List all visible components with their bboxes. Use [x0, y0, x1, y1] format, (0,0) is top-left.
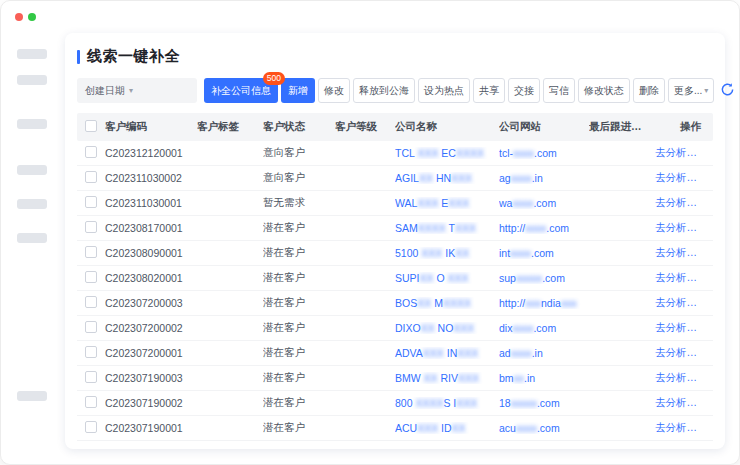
company-name-link[interactable]: AGILXX HNXXX: [395, 172, 499, 184]
analyze-customer-link[interactable]: 去分析客户: [655, 246, 713, 260]
sidebar-menu-item[interactable]: [17, 233, 47, 243]
write-letter-button[interactable]: 写信: [543, 78, 575, 103]
row-checkbox[interactable]: [85, 246, 97, 258]
refresh-button[interactable]: [717, 81, 737, 101]
more-button-label: 更多...: [674, 84, 702, 98]
zoom-window-button[interactable]: [28, 13, 36, 21]
share-button[interactable]: 共享: [473, 78, 505, 103]
delete-button[interactable]: 删除: [633, 78, 665, 103]
company-website-link[interactable]: tcl-xxxx.com: [499, 147, 589, 159]
sidebar-menu-item[interactable]: [17, 165, 47, 175]
company-website-link[interactable]: http://xxxx.com: [499, 222, 589, 234]
analyze-customer-link[interactable]: 去分析客户: [655, 196, 713, 210]
company-website-link[interactable]: http://xxxndiaxxx: [499, 297, 589, 309]
row-checkbox[interactable]: [85, 171, 97, 183]
row-checkbox[interactable]: [85, 271, 97, 283]
company-website-link[interactable]: supxxxxx.com: [499, 272, 589, 284]
modify-status-button[interactable]: 修改状态: [578, 78, 630, 103]
company-website-link[interactable]: intxxxx.com: [499, 247, 589, 259]
analyze-customer-link[interactable]: 去分析客户: [655, 396, 713, 410]
column-header-customer-status: 客户状态: [263, 120, 335, 134]
page-title: 线索一键补全: [87, 47, 180, 66]
company-website-link[interactable]: agxxxx.in: [499, 172, 589, 184]
company-website-link[interactable]: adxxxx.in: [499, 347, 589, 359]
table-row: C202311030002 意向客户 AGILXX HNXXX agxxxx.i…: [77, 166, 713, 191]
create-date-filter[interactable]: 创建日期 ▾: [77, 78, 197, 103]
add-button[interactable]: 新增: [281, 78, 315, 103]
analyze-customer-link[interactable]: 去分析客户: [655, 221, 713, 235]
sidebar-menu-item[interactable]: [17, 199, 47, 209]
row-checkbox[interactable]: [85, 296, 97, 308]
customer-code: C202307200001: [105, 347, 197, 359]
analyze-customer-link[interactable]: 去分析客户: [655, 146, 713, 160]
column-header-customer-level: 客户等级: [335, 120, 395, 134]
more-button[interactable]: 更多... ▾: [668, 78, 714, 103]
company-website-link[interactable]: acuxxxx.com: [499, 422, 589, 434]
company-name-link[interactable]: 5100 XXX IKXX: [395, 247, 499, 259]
set-hotspot-button[interactable]: 设为热点: [418, 78, 470, 103]
analyze-customer-link[interactable]: 去分析客户: [655, 171, 713, 185]
toolbar-icons: [717, 81, 740, 101]
row-checkbox[interactable]: [85, 146, 97, 158]
company-name-link[interactable]: TCL XXX ECXXXX: [395, 147, 499, 159]
quota-badge: 500: [263, 72, 285, 85]
analyze-customer-link[interactable]: 去分析客户: [655, 346, 713, 360]
main-panel: 线索一键补全 创建日期 ▾ 补全公司信息 500 新增 修改释放到公海设为热点共…: [65, 33, 725, 449]
table-row: C202312120001 意向客户 TCL XXX ECXXXX tcl-xx…: [77, 141, 713, 166]
analyze-customer-link[interactable]: 去分析客户: [655, 271, 713, 285]
customer-status: 潜在客户: [263, 321, 335, 335]
analyze-customer-link[interactable]: 去分析客户: [655, 321, 713, 335]
company-name-link[interactable]: ADVAXXX INXXX: [395, 347, 499, 359]
sidebar-menu-item[interactable]: [17, 119, 47, 129]
company-name-link[interactable]: SAMXXXX TXXX: [395, 222, 499, 234]
sidebar-menu-item[interactable]: [17, 49, 47, 59]
handover-button[interactable]: 交接: [508, 78, 540, 103]
company-name-link[interactable]: ACUXXX IDXX: [395, 422, 499, 434]
column-header-followup-summary: 最后跟进总结: [589, 120, 655, 134]
row-checkbox[interactable]: [85, 421, 97, 433]
table-row: C202307200002 潜在客户 DIXOXX NOXXX dixxxxx.…: [77, 316, 713, 341]
row-checkbox[interactable]: [85, 321, 97, 333]
sidebar-menu-item[interactable]: [17, 391, 47, 401]
analyze-customer-link[interactable]: 去分析客户: [655, 371, 713, 385]
row-checkbox[interactable]: [85, 346, 97, 358]
toolbar: 创建日期 ▾ 补全公司信息 500 新增 修改释放到公海设为热点共享交接写信修改…: [77, 78, 713, 103]
customer-status: 潜在客户: [263, 296, 335, 310]
customer-status: 潜在客户: [263, 421, 335, 435]
table-row: C202307190001 潜在客户 ACUXXX IDXX acuxxxx.c…: [77, 416, 713, 441]
company-name-link[interactable]: DIXOXX NOXXX: [395, 322, 499, 334]
company-name-link[interactable]: 800 XXXXS IXXX: [395, 397, 499, 409]
table-body: C202312120001 意向客户 TCL XXX ECXXXX tcl-xx…: [77, 141, 713, 441]
company-name-link[interactable]: WALXXX EXXX: [395, 197, 499, 209]
customer-code: C202307200002: [105, 322, 197, 334]
release-to-public-pool-button[interactable]: 释放到公海: [353, 78, 415, 103]
company-name-link[interactable]: BMW XX RIVXXX: [395, 372, 499, 384]
row-checkbox[interactable]: [85, 221, 97, 233]
sidebar-menu-item[interactable]: [17, 75, 47, 85]
title-accent-bar: [77, 50, 80, 64]
column-header-customer-tag: 客户标签: [197, 120, 263, 134]
customer-code: C202307200003: [105, 297, 197, 309]
close-window-button[interactable]: [15, 13, 23, 21]
company-website-link[interactable]: waxxxx.com: [499, 197, 589, 209]
company-website-link[interactable]: dixxxxx.com: [499, 322, 589, 334]
customer-status: 潜在客户: [263, 396, 335, 410]
app-window: 线索一键补全 创建日期 ▾ 补全公司信息 500 新增 修改释放到公海设为热点共…: [0, 0, 740, 465]
customer-status: 潜在客户: [263, 271, 335, 285]
table-row: C202308020001 潜在客户 SUPIXX O XXX supxxxxx…: [77, 266, 713, 291]
row-checkbox[interactable]: [85, 371, 97, 383]
company-website-link[interactable]: bmxx.in: [499, 372, 589, 384]
customer-status: 意向客户: [263, 171, 335, 185]
row-checkbox[interactable]: [85, 196, 97, 208]
company-name-link[interactable]: SUPIXX O XXX: [395, 272, 499, 284]
complete-company-info-button[interactable]: 补全公司信息 500: [204, 78, 278, 103]
table-row: C202307200003 潜在客户 BOSXX MXXXX http://xx…: [77, 291, 713, 316]
row-checkbox[interactable]: [85, 396, 97, 408]
analyze-customer-link[interactable]: 去分析客户: [655, 421, 713, 435]
customer-status: 潜在客户: [263, 221, 335, 235]
analyze-customer-link[interactable]: 去分析客户: [655, 296, 713, 310]
edit-button[interactable]: 修改: [318, 78, 350, 103]
select-all-checkbox[interactable]: [85, 120, 97, 132]
company-website-link[interactable]: 18xxxxx.com: [499, 397, 589, 409]
company-name-link[interactable]: BOSXX MXXXX: [395, 297, 499, 309]
